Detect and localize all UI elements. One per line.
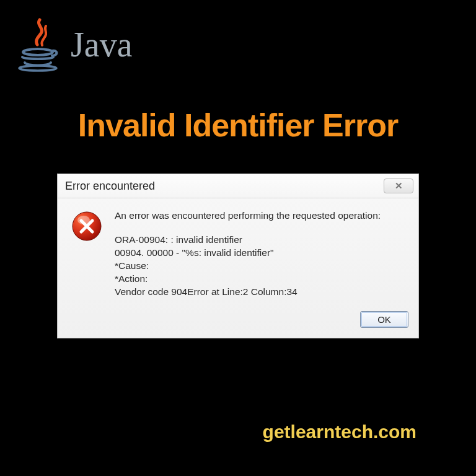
ok-button[interactable]: OK [360, 311, 408, 328]
error-icon [71, 211, 102, 299]
dialog-title: Error encountered [65, 180, 155, 193]
dialog-footer: OK [58, 307, 418, 338]
error-intro: An error was encountered performing the … [115, 209, 381, 223]
page-title: Invalid Identifier Error [0, 107, 476, 144]
error-message: An error was encountered performing the … [115, 209, 381, 299]
error-line: ORA-00904: : invalid identifier [115, 234, 381, 247]
error-dialog: Error encountered ✕ [57, 174, 419, 338]
error-line: 00904. 00000 - "%s: invalid identifier" [115, 247, 381, 260]
site-link: getlearntech.com [263, 421, 416, 443]
close-icon: ✕ [395, 180, 403, 192]
error-line: *Cause: [115, 260, 381, 273]
dialog-titlebar: Error encountered ✕ [58, 174, 418, 198]
error-line: *Action: [115, 273, 381, 286]
header: Java [0, 0, 476, 72]
svg-point-0 [23, 49, 53, 55]
error-line: Vendor code 904Error at Line:2 Column:34 [115, 286, 381, 299]
java-logo-icon [16, 17, 60, 72]
svg-point-1 [19, 66, 56, 71]
close-button[interactable]: ✕ [384, 178, 413, 193]
java-logo-text: Java [71, 25, 133, 64]
dialog-body: An error was encountered performing the … [58, 198, 418, 307]
